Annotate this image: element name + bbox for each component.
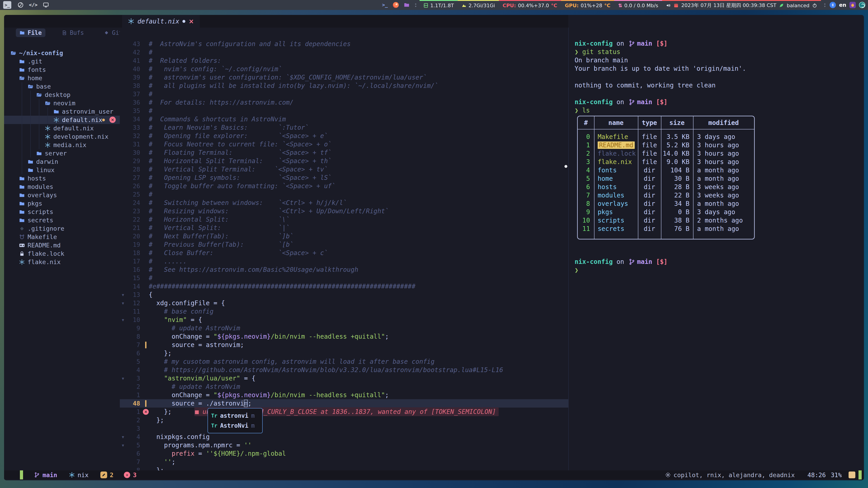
tree-item-label: neovim bbox=[53, 100, 75, 107]
md-icon bbox=[19, 242, 25, 248]
terminal-line: Your branch is up to date with 'origin/m… bbox=[575, 64, 746, 73]
completion-popup: TrastronvimTrAstroNvim bbox=[208, 408, 263, 433]
git-icon bbox=[19, 226, 25, 232]
tree-item-label: .git bbox=[28, 58, 42, 65]
fold-chevron-icon[interactable]: ▾ bbox=[120, 443, 126, 448]
close-buffer-icon[interactable]: × bbox=[188, 18, 194, 25]
table-cell: 1 bbox=[578, 141, 594, 149]
tree-item-label: home bbox=[28, 74, 42, 82]
flameshot-tray-icon[interactable] bbox=[849, 2, 856, 8]
tree-item-.git[interactable]: .git bbox=[4, 57, 120, 66]
tree-item-home[interactable]: home bbox=[4, 74, 120, 82]
tree-item-default.nix[interactable]: default.nix bbox=[4, 124, 120, 132]
taskbar-files-icon[interactable] bbox=[404, 2, 410, 8]
terminal-window: default.nix × File Bufs Git ~/nix-config… bbox=[4, 15, 864, 480]
tree-item-pkgs[interactable]: pkgs bbox=[4, 199, 120, 207]
git-branch-icon bbox=[628, 99, 635, 105]
editor-line: 16# See https://astronvim.com/Basic%20Us… bbox=[120, 265, 568, 274]
fold-chevron-icon[interactable]: ▾ bbox=[120, 317, 126, 323]
table-cell: modules bbox=[594, 191, 638, 199]
workspace-browser-icon[interactable] bbox=[17, 2, 24, 8]
tree-item-astronvim_user[interactable]: astronvim_user bbox=[4, 107, 120, 116]
terminal-pane[interactable]: nix-config on main [$]❯ git statusOn bra… bbox=[569, 28, 864, 470]
editor-line: 26# Toggle buffer auto formatting: `<Spa… bbox=[120, 182, 568, 190]
line-number: 4 bbox=[126, 366, 143, 373]
tree-item-label: modules bbox=[28, 183, 53, 190]
workspace-monitor-icon[interactable] bbox=[42, 2, 49, 8]
line-number: 31 bbox=[126, 141, 143, 148]
input-method-indicator[interactable]: en bbox=[839, 2, 846, 8]
tree-item-darwin[interactable]: darwin bbox=[4, 158, 120, 166]
tree-item-hosts[interactable]: hosts bbox=[4, 174, 120, 183]
statusline-git-branch[interactable]: main bbox=[34, 471, 57, 479]
fold-chevron-icon[interactable]: ▾ bbox=[120, 300, 126, 306]
power-profile-text: balanced bbox=[786, 3, 809, 8]
buffer-tab-default-nix[interactable]: default.nix × bbox=[122, 15, 200, 28]
table-cell: 28 B bbox=[661, 183, 693, 191]
editor-line: 8 onChange = "${pkgs.neovim}/bin/nvim --… bbox=[120, 332, 568, 341]
tree-item-media.nix[interactable]: media.nix bbox=[4, 141, 120, 149]
editor-line: 6 }; bbox=[120, 349, 568, 357]
tree-item-neovim[interactable]: neovim bbox=[4, 99, 120, 107]
tree-item-README.md[interactable]: README.md bbox=[4, 241, 120, 250]
tree-item-Makefile[interactable]: Makefile bbox=[4, 233, 120, 241]
taskbar-firefox-icon[interactable] bbox=[393, 2, 399, 8]
line-number: 2 bbox=[126, 383, 143, 390]
completion-item-astronvim[interactable]: Trastronvim bbox=[208, 411, 262, 421]
editor-line: 1 onChange = "${pkgs.neovim}/bin/nvim --… bbox=[120, 391, 568, 399]
volume-icon[interactable] bbox=[666, 3, 671, 8]
line-number: 29 bbox=[126, 158, 143, 164]
tree-item-overlays[interactable]: overlays bbox=[4, 191, 120, 199]
line-number: 12 bbox=[126, 300, 143, 306]
line-number: 36 bbox=[126, 99, 143, 106]
tree-item-~/nix-config[interactable]: ~/nix-config bbox=[4, 49, 120, 57]
indent-guide bbox=[22, 91, 22, 99]
tree-item-flake.lock[interactable]: flake.lock bbox=[4, 250, 120, 258]
tree-item-server[interactable]: server bbox=[4, 149, 120, 158]
tree-item-default.nix[interactable]: default.nix✕ bbox=[4, 116, 120, 124]
editor-line: 21# Vertical Split: `|` bbox=[120, 224, 568, 232]
tree-item-secrets[interactable]: secrets bbox=[4, 216, 120, 224]
make-icon bbox=[19, 234, 25, 240]
line-number: 37 bbox=[126, 91, 143, 98]
tree-item-linux[interactable]: linux bbox=[4, 166, 120, 174]
indent-guide bbox=[30, 149, 31, 158]
nix-icon bbox=[45, 142, 51, 148]
sign-column: ✕ bbox=[143, 409, 149, 415]
fold-chevron-icon[interactable]: ▾ bbox=[120, 292, 126, 297]
tree-item-fonts[interactable]: fonts bbox=[4, 66, 120, 74]
mouse-cursor bbox=[564, 165, 567, 168]
pencil-icon bbox=[100, 471, 107, 478]
indent-guide bbox=[22, 166, 22, 174]
completion-item-AstroNvim[interactable]: TrAstroNvim bbox=[208, 421, 262, 431]
tree-item-modules[interactable]: modules bbox=[4, 183, 120, 191]
power-icon[interactable] bbox=[812, 3, 817, 8]
editor-line: 3 bbox=[120, 424, 568, 433]
app-tray-icon[interactable] bbox=[859, 2, 865, 8]
editor-line: 42# bbox=[120, 48, 568, 57]
editor-line: 25# bbox=[120, 190, 568, 199]
fold-chevron-icon[interactable]: ▾ bbox=[120, 376, 126, 381]
fold-chevron-icon[interactable]: ▾ bbox=[120, 434, 126, 440]
tree-item-development.nix[interactable]: development.nix bbox=[4, 132, 120, 141]
tab-bufs[interactable]: Bufs bbox=[58, 29, 88, 37]
code-editor[interactable]: 43# AstroNvim's configuration and all it… bbox=[120, 28, 568, 470]
editor-line: 24# Switching between windows: `<Ctrl> +… bbox=[120, 199, 568, 207]
tree-item-scripts[interactable]: scripts bbox=[4, 207, 120, 216]
neotree-source-tabs: File Bufs Git bbox=[4, 28, 120, 38]
bluetooth-icon[interactable] bbox=[830, 2, 836, 8]
workspace-code-icon[interactable]: </> bbox=[30, 2, 37, 8]
taskbar-terminal-icon[interactable]: >_ bbox=[382, 2, 388, 8]
workspace-terminal-icon[interactable]: >_ bbox=[3, 1, 11, 9]
folder-icon bbox=[28, 84, 33, 90]
tab-file[interactable]: File bbox=[16, 29, 45, 37]
tree-item-desktop[interactable]: desktop bbox=[4, 91, 120, 99]
tree-item-label: flake.nix bbox=[28, 258, 61, 265]
indent-guide bbox=[30, 107, 31, 116]
terminal-line: On branch main bbox=[575, 56, 628, 64]
tree-item-base[interactable]: base bbox=[4, 82, 120, 91]
table-cell: 0 bbox=[578, 133, 594, 141]
tab-git[interactable]: Git bbox=[100, 29, 120, 37]
tree-item-.gitignore[interactable]: .gitignore bbox=[4, 224, 120, 233]
tree-item-flake.nix[interactable]: flake.nix bbox=[4, 258, 120, 266]
